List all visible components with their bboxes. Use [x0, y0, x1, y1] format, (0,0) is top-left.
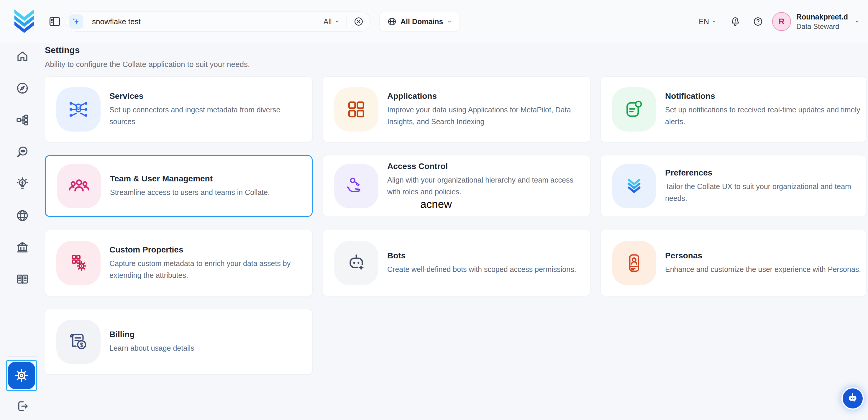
page-title: Settings: [45, 44, 868, 56]
chatbot-button[interactable]: [841, 387, 864, 410]
user-role: Data Steward: [796, 22, 848, 31]
card-title: Personas: [665, 251, 861, 261]
user-name: Rounakpreet.d: [796, 13, 848, 21]
chevron-down-icon: [854, 18, 860, 25]
hand-key-icon: [334, 164, 378, 208]
card-title: Billing: [110, 330, 194, 339]
card-description: Streamline access to users and teams in …: [110, 186, 270, 198]
services-hub-icon: [56, 87, 100, 131]
card-title: Preferences: [665, 168, 862, 178]
card-applications[interactable]: Applications Improve your data using App…: [323, 77, 590, 142]
card-notifications[interactable]: Notifications Set up notifications to re…: [600, 77, 867, 142]
globe-domains-icon: [16, 209, 29, 222]
app-grid-icon: [334, 87, 378, 131]
search-scope-label: All: [323, 18, 332, 26]
sidebar-item-insights[interactable]: [16, 177, 29, 190]
card-description: Align with your organizational hierarchy…: [387, 174, 586, 198]
sidebar-item-settings-active[interactable]: [8, 362, 35, 389]
sidebar-divider: [8, 356, 37, 357]
team-users-icon: [57, 164, 101, 208]
settings-cards-grid: Services Set up connectors and ingest me…: [45, 77, 867, 374]
compass-explore-icon: [16, 82, 29, 95]
card-description: Set up connectors and ingest metadata fr…: [110, 104, 286, 127]
sidebar-item-home[interactable]: [16, 50, 29, 63]
page-subtitle: Ability to configure the Collate applica…: [45, 59, 868, 69]
book-glossary-icon: [16, 272, 29, 286]
properties-gear-icon: [56, 241, 100, 285]
card-preferences[interactable]: Preferences Tailor the Collate UX to sui…: [600, 155, 867, 217]
card-title: Bots: [387, 251, 576, 261]
flow-connectors-icon: [16, 113, 29, 127]
card-services[interactable]: Services Set up connectors and ingest me…: [45, 77, 313, 142]
sidebar-item-observability[interactable]: [16, 145, 29, 159]
sidebar-item-governance[interactable]: [16, 241, 29, 254]
billing-receipt-icon: $: [56, 320, 100, 364]
home-icon: [16, 50, 29, 63]
topbar-right: EN R Rounakpreet.d Data Steward: [699, 12, 860, 31]
chevron-down-icon: [711, 19, 717, 24]
card-description: Enhance and customize the user experienc…: [665, 263, 861, 275]
persona-card-icon: [612, 241, 656, 285]
ai-sparkle-icon: [69, 14, 83, 29]
notification-note-icon: [612, 87, 656, 131]
sidebar-item-glossary[interactable]: [16, 272, 29, 286]
settings-highlight-box: [6, 360, 37, 391]
card-title: Custom Properties: [110, 245, 308, 254]
card-title: Services: [110, 91, 286, 101]
card-description: Create well-defined bots with scoped acc…: [387, 263, 576, 275]
card-team-user-management[interactable]: Team & User Management Streamline access…: [45, 155, 313, 217]
sidebar-item-connectors[interactable]: [16, 113, 29, 127]
main-content: Settings Ability to configure the Collat…: [45, 43, 868, 420]
topbar: All All Domains EN: [0, 0, 868, 43]
notification-bell-icon[interactable]: [730, 16, 741, 27]
domains-label: All Domains: [401, 18, 443, 26]
card-description: Tailor the Collate UX to suit your organ…: [665, 181, 862, 204]
sidebar-item-explore[interactable]: [16, 82, 29, 95]
user-menu[interactable]: R Rounakpreet.d Data Steward: [772, 12, 860, 31]
robot-chat-icon: [846, 392, 860, 405]
card-bots[interactable]: Bots Create well-defined bots with scope…: [323, 230, 590, 296]
card-title: Team & User Management: [110, 174, 270, 183]
search-eye-icon: [16, 145, 29, 159]
collate-layers-icon: [612, 164, 656, 208]
card-title: Applications: [387, 91, 586, 101]
app-root: All All Domains EN: [0, 0, 868, 420]
logout-icon: [16, 399, 29, 413]
help-icon[interactable]: [753, 16, 763, 27]
card-description: Capture custom metadata to enrich your d…: [110, 258, 308, 281]
avatar: R: [772, 12, 791, 31]
card-title: Notifications: [665, 91, 862, 101]
language-dropdown[interactable]: EN: [699, 18, 717, 26]
lightbulb-insights-icon: [16, 177, 29, 190]
search-divider: [346, 16, 347, 27]
language-label: EN: [699, 18, 709, 26]
card-title: Access Control: [387, 162, 586, 171]
bot-face-icon: [334, 241, 378, 285]
card-access-control[interactable]: Access Control Align with your organizat…: [323, 155, 590, 217]
card-billing[interactable]: $ Billing Learn about usage details: [45, 309, 313, 374]
card-custom-properties[interactable]: Custom Properties Capture custom metadat…: [45, 230, 313, 296]
global-search[interactable]: All: [66, 11, 371, 32]
chevron-down-icon: [446, 19, 453, 25]
globe-icon: [387, 17, 397, 27]
card-extra-text: acnew: [420, 198, 586, 211]
card-description: Improve your data using Applications for…: [387, 104, 586, 127]
card-description: Set up notifications to received real-ti…: [665, 104, 862, 127]
collate-logo-icon[interactable]: [13, 10, 35, 33]
card-description: Learn about usage details: [110, 342, 194, 354]
card-personas[interactable]: Personas Enhance and customize the user …: [600, 230, 867, 296]
sidebar: [0, 43, 45, 420]
search-clear-icon[interactable]: [353, 16, 364, 27]
sidebar-item-domains[interactable]: [16, 209, 29, 222]
sidebar-item-logout[interactable]: [16, 399, 29, 413]
svg-text:$: $: [80, 341, 83, 348]
sidebar-toggle-icon[interactable]: [48, 15, 62, 28]
domains-dropdown[interactable]: All Domains: [380, 12, 460, 31]
search-scope-dropdown[interactable]: All: [323, 18, 340, 26]
search-input[interactable]: [92, 17, 323, 26]
gear-icon: [14, 368, 29, 383]
bank-governance-icon: [16, 241, 29, 254]
